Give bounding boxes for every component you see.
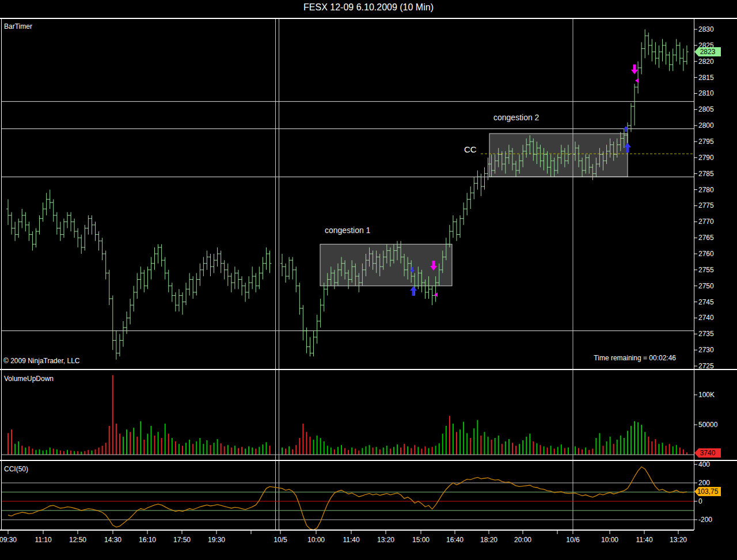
- down-arrow-icon: [631, 64, 638, 74]
- congestion-1-label: congestion 1: [325, 226, 370, 235]
- panel-separator: [0, 18, 737, 19]
- time-tick-label: 13:20: [670, 536, 687, 544]
- price-bars[interactable]: [6, 29, 689, 360]
- price-tick-label: 2795: [698, 138, 714, 146]
- last-cci-tag: 103,75: [694, 487, 721, 496]
- price-tick-label: 2730: [698, 346, 714, 354]
- cc-line-label: CC: [464, 144, 477, 154]
- time-tick-label: 10:00: [307, 536, 325, 544]
- volume-tick-label: 100K: [698, 391, 715, 399]
- price-tick-label: 2745: [698, 298, 714, 306]
- cci-tick-label: 400: [698, 460, 710, 468]
- congestion-boxes: [320, 134, 628, 286]
- chart-right-border: [694, 19, 694, 530]
- volume-tick-label: 50000: [698, 421, 718, 429]
- price-tick-label: 2735: [698, 330, 714, 338]
- cci-indicator-label: CCI(50): [4, 465, 28, 473]
- time-tick-label: 12:50: [69, 536, 86, 544]
- time-tick-label: 14:30: [104, 536, 121, 544]
- panel-separator: [0, 529, 694, 531]
- time-remaining-label: Time remaining = 00:02:46: [594, 354, 676, 362]
- copyright-label: © 2009 NinjaTrader, LLC: [3, 357, 79, 365]
- price-tick-label: 2755: [698, 266, 714, 274]
- cci-line: [8, 467, 687, 530]
- panel-separator: [0, 369, 737, 370]
- time-tick-label: 11:10: [35, 536, 51, 544]
- price-tick-label: 2760: [698, 250, 714, 258]
- price-tick-label: 2815: [698, 74, 714, 82]
- volume-indicator-label: VolumeUpDown: [4, 375, 54, 383]
- time-tick-label: 10/6: [566, 536, 580, 544]
- time-tick-label: 11:40: [636, 536, 652, 544]
- price-tick-label: 2830: [698, 25, 714, 33]
- chart-left-border: [1, 19, 2, 530]
- cci-tick-label: 0: [698, 497, 702, 505]
- up-arrow-icon: [410, 286, 417, 296]
- congestion-2-label: congestion 2: [493, 113, 539, 122]
- price-tick-label: 2805: [698, 105, 714, 113]
- time-tick-label: 11:40: [343, 536, 359, 544]
- price-tick-label: 2820: [698, 58, 714, 66]
- price-tick-label: 2790: [698, 154, 714, 162]
- time-tick-label: 17:50: [173, 536, 191, 544]
- cci-tick-label: 200: [698, 479, 710, 487]
- price-tick-label: 2785: [698, 170, 714, 178]
- time-tick-label: 19:30: [208, 536, 225, 544]
- volume-axis[interactable]: 100K50000: [694, 391, 718, 429]
- panel-separator: [0, 460, 737, 461]
- time-tick-label: 13:20: [377, 536, 394, 544]
- time-axis[interactable]: 09:3011:1012:5014:3016:1017:5019:3010/51…: [0, 531, 687, 544]
- price-tick-label: 2775: [698, 201, 714, 209]
- last-price-tag: 2823: [694, 47, 721, 56]
- bartimer-label: BarTimer: [4, 22, 32, 31]
- price-tick-label: 2800: [698, 121, 714, 129]
- time-tick-label: 09:30: [0, 536, 17, 544]
- price-tick-label: 2725: [698, 362, 714, 370]
- tri-left-arrow-icon: [635, 78, 639, 83]
- time-tick-label: 10:00: [601, 536, 618, 544]
- time-tick-label: 15:00: [412, 536, 430, 544]
- price-tick-label: 2780: [698, 186, 714, 194]
- time-tick-label: 16:10: [139, 536, 156, 544]
- price-tick-label: 2740: [698, 314, 714, 322]
- price-tick-label: 2810: [698, 89, 714, 97]
- chart-canvas[interactable]: 2725273027352740274527502755276027652770…: [0, 0, 737, 560]
- volume-down-bars[interactable]: [8, 375, 687, 455]
- price-axis[interactable]: 2725273027352740274527502755276027652770…: [694, 25, 714, 370]
- time-tick-label: 20:00: [514, 536, 531, 544]
- price-tick-label: 2750: [698, 282, 714, 290]
- time-tick-label: 10/5: [273, 536, 287, 544]
- time-tick-label: 16:40: [446, 536, 464, 544]
- volume-up-bars[interactable]: [15, 420, 677, 455]
- last-volume-tag: 3740: [694, 448, 721, 458]
- time-tick-label: 18:20: [480, 536, 497, 544]
- cci-tick-label: -200: [698, 516, 712, 524]
- price-tick-label: 2770: [698, 218, 714, 226]
- price-tick-label: 2765: [698, 234, 714, 242]
- chart-window: FESX 12-09 6.10.2009 (10 Min) 2725273027…: [0, 0, 737, 560]
